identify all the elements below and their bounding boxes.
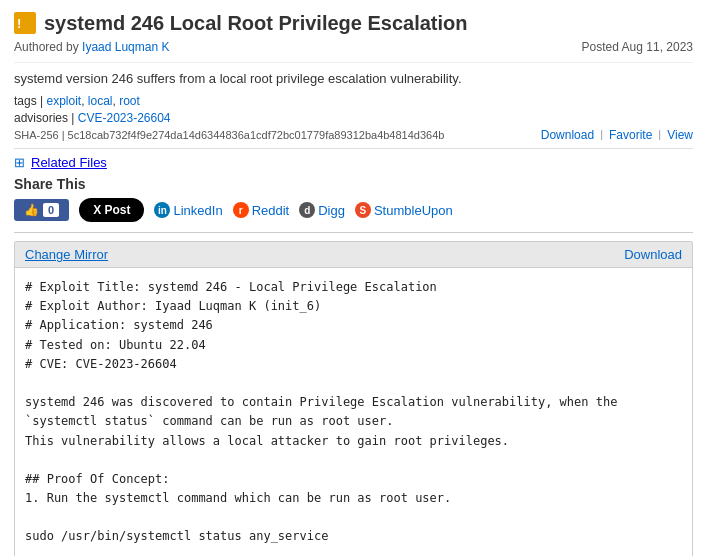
page-wrapper: ! systemd 246 Local Root Privilege Escal…: [0, 0, 707, 556]
tag-local[interactable]: local: [88, 94, 113, 108]
code-body: # Exploit Title: systemd 246 - Local Pri…: [15, 268, 692, 556]
linkedin-icon: in: [154, 202, 170, 218]
svg-text:!: !: [17, 16, 21, 31]
sha-download-link[interactable]: Download: [541, 128, 594, 142]
stumbleupon-link[interactable]: S StumbleUpon: [355, 202, 453, 218]
linkedin-link[interactable]: in LinkedIn: [154, 202, 222, 218]
digg-icon: d: [299, 202, 315, 218]
sha-value: 5c18cab732f4f9e274da14d6344836a1cdf72bc0…: [68, 129, 445, 141]
code-section: Change Mirror Download # Exploit Title: …: [14, 241, 693, 556]
change-mirror-button[interactable]: Change Mirror: [25, 247, 108, 262]
digg-link[interactable]: d Digg: [299, 202, 345, 218]
reddit-link[interactable]: r Reddit: [233, 202, 290, 218]
tags-label: tags |: [14, 94, 46, 108]
author-text: Authored by Iyaad Luqman K: [14, 40, 169, 54]
facebook-count: 0: [43, 203, 59, 217]
author-link[interactable]: Iyaad Luqman K: [82, 40, 169, 54]
sha-view-link[interactable]: View: [667, 128, 693, 142]
advisories-label: advisories |: [14, 111, 78, 125]
share-buttons: 👍 0 X Post in LinkedIn r Reddit d Digg S…: [14, 198, 693, 222]
sha-hash: SHA-256 | 5c18cab732f4f9e274da14d6344836…: [14, 129, 444, 141]
title-row: ! systemd 246 Local Root Privilege Escal…: [14, 10, 693, 36]
sha-actions: Download | Favorite | View: [541, 128, 693, 142]
share-title: Share This: [14, 176, 693, 192]
related-files-link[interactable]: Related Files: [31, 155, 107, 170]
reddit-icon: r: [233, 202, 249, 218]
sha-row: SHA-256 | 5c18cab732f4f9e274da14d6344836…: [14, 128, 693, 142]
facebook-button[interactable]: 👍 0: [14, 199, 69, 221]
facebook-thumb-icon: 👍: [24, 203, 39, 217]
page-title: systemd 246 Local Root Privilege Escalat…: [44, 10, 468, 36]
tag-exploit[interactable]: exploit: [46, 94, 81, 108]
related-files[interactable]: ⊞ Related Files: [14, 148, 693, 170]
code-download-link[interactable]: Download: [624, 247, 682, 262]
advisories-row: advisories | CVE-2023-26604: [14, 111, 693, 125]
exploit-icon: !: [14, 12, 36, 34]
tags-row: tags | exploit, local, root: [14, 94, 693, 108]
share-section: Share This 👍 0 X Post in LinkedIn r Redd…: [14, 176, 693, 222]
advisory-cve[interactable]: CVE-2023-26604: [78, 111, 171, 125]
code-header: Change Mirror Download: [15, 242, 692, 268]
meta-row: Authored by Iyaad Luqman K Posted Aug 11…: [14, 40, 693, 54]
related-files-icon: ⊞: [14, 155, 25, 170]
divider: [14, 232, 693, 233]
description: systemd version 246 suffers from a local…: [14, 62, 693, 86]
xpost-button[interactable]: X Post: [79, 198, 144, 222]
posted-date: Posted Aug 11, 2023: [582, 40, 693, 54]
sha-favorite-link[interactable]: Favorite: [609, 128, 652, 142]
stumbleupon-icon: S: [355, 202, 371, 218]
tag-root[interactable]: root: [119, 94, 140, 108]
